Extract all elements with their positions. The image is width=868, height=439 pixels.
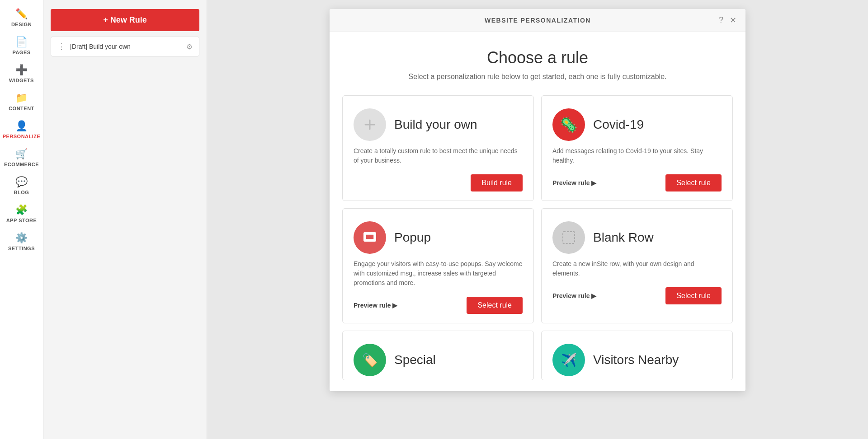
blank-row-icon	[552, 221, 585, 254]
special-title: Special	[394, 353, 436, 367]
popup-desc: Engage your visitors with easy-to-use po…	[354, 259, 523, 288]
blank-row-preview-link[interactable]: Preview rule ▶	[552, 292, 596, 299]
popup-preview-link[interactable]: Preview rule ▶	[354, 302, 397, 309]
popup-select-button[interactable]: Select rule	[467, 297, 523, 314]
popup-footer: Preview rule ▶ Select rule	[354, 297, 523, 314]
sidebar-item-blog[interactable]: 💬 BLOG	[0, 172, 43, 200]
modal-subtitle: Select a personalization rule below to g…	[342, 73, 733, 81]
popup-title: Popup	[394, 230, 431, 245]
build-your-own-desc: Create a totally custom rule to best mee…	[354, 146, 523, 165]
modal-controls: ? ✕	[719, 15, 736, 25]
blank-row-desc: Create a new inSite row, with your own d…	[552, 259, 722, 278]
blog-icon: 💬	[15, 176, 28, 188]
ecommerce-icon: 🛒	[15, 148, 28, 160]
covid-preview-link[interactable]: Preview rule ▶	[552, 179, 596, 187]
covid-icon: 🦠	[552, 108, 585, 141]
visitors-icon: ✈️	[552, 344, 585, 376]
rule-card-header-covid: 🦠 Covid-19	[552, 108, 722, 141]
rule-card-header-popup: Popup	[354, 221, 523, 254]
modal-title: WEBSITE PERSONALIZATION	[357, 17, 719, 24]
drag-handle-icon[interactable]: ⋮	[57, 42, 66, 51]
modal-header: WEBSITE PERSONALIZATION ? ✕	[330, 9, 745, 32]
rules-grid: Build your own Create a totally custom r…	[342, 95, 733, 380]
rule-card-header-blank: Blank Row	[552, 221, 722, 254]
svg-rect-6	[563, 232, 575, 243]
rule-card-header-visitors: ✈️ Visitors Nearby	[552, 344, 722, 376]
sidebar-item-app-store[interactable]: 🧩 APP STORE	[0, 200, 43, 228]
rule-card-covid: 🦠 Covid-19 Add messages relating to Covi…	[541, 95, 733, 201]
sidebar-item-personalize[interactable]: 👤 PERSONALIZE	[0, 116, 43, 144]
sidebar-item-widgets[interactable]: ➕ WIDGETS	[0, 60, 43, 88]
sidebar-item-content[interactable]: 📁 CONTENT	[0, 88, 43, 116]
covid-title: Covid-19	[593, 117, 644, 132]
rule-card-header-build: Build your own	[354, 108, 523, 141]
rule-card-header-special: 🏷️ Special	[354, 344, 523, 376]
modal-heading: Choose a rule	[342, 48, 733, 67]
covid-select-button[interactable]: Select rule	[665, 174, 722, 191]
sidebar-item-ecommerce[interactable]: 🛒 ECOMMERCE	[0, 144, 43, 172]
modal: WEBSITE PERSONALIZATION ? ✕ Choose a rul…	[330, 9, 745, 391]
app-store-icon: 🧩	[15, 204, 28, 216]
design-icon: ✏️	[15, 8, 28, 20]
new-rule-button[interactable]: + New Rule	[51, 9, 199, 31]
rule-card-special: 🏷️ Special	[342, 331, 534, 380]
build-rule-button[interactable]: Build rule	[471, 174, 523, 191]
pages-icon: 📄	[15, 36, 28, 48]
gear-icon[interactable]: ⚙	[186, 42, 193, 51]
personalize-icon: 👤	[15, 120, 28, 132]
popup-icon	[354, 221, 386, 254]
rule-card-build-your-own: Build your own Create a totally custom r…	[342, 95, 534, 201]
covid-desc: Add messages relating to Covid-19 to you…	[552, 146, 722, 165]
rule-card-popup: Popup Engage your visitors with easy-to-…	[342, 208, 534, 323]
content-icon: 📁	[15, 92, 28, 104]
sidebar-item-design[interactable]: ✏️ DESIGN	[0, 4, 43, 32]
modal-body: Choose a rule Select a personalization r…	[330, 32, 745, 391]
help-button[interactable]: ?	[719, 15, 723, 25]
visitors-title: Visitors Nearby	[593, 353, 679, 367]
build-your-own-icon	[354, 108, 386, 141]
sidebar: ✏️ DESIGN 📄 PAGES ➕ WIDGETS 📁 CONTENT 👤 …	[0, 0, 43, 439]
special-icon: 🏷️	[354, 344, 386, 376]
sidebar-item-pages[interactable]: 📄 PAGES	[0, 32, 43, 60]
covid-footer: Preview rule ▶ Select rule	[552, 174, 722, 191]
blank-row-footer: Preview rule ▶ Select rule	[552, 287, 722, 304]
blank-row-title: Blank Row	[593, 230, 654, 245]
rules-panel: + New Rule ⋮ [Draft] Build your own ⚙	[43, 0, 207, 439]
close-button[interactable]: ✕	[730, 15, 736, 25]
rule-card-visitors: ✈️ Visitors Nearby	[541, 331, 733, 380]
draft-rule-item[interactable]: ⋮ [Draft] Build your own ⚙	[51, 37, 199, 56]
sidebar-item-settings[interactable]: ⚙️ SETTINGS	[0, 228, 43, 256]
rule-card-blank-row: Blank Row Create a new inSite row, with …	[541, 208, 733, 323]
main-area: WEBSITE PERSONALIZATION ? ✕ Choose a rul…	[207, 0, 868, 439]
build-your-own-title: Build your own	[394, 117, 477, 132]
blank-row-select-button[interactable]: Select rule	[665, 287, 722, 304]
svg-rect-4	[366, 234, 374, 239]
widgets-icon: ➕	[15, 64, 28, 76]
settings-icon: ⚙️	[15, 232, 28, 244]
